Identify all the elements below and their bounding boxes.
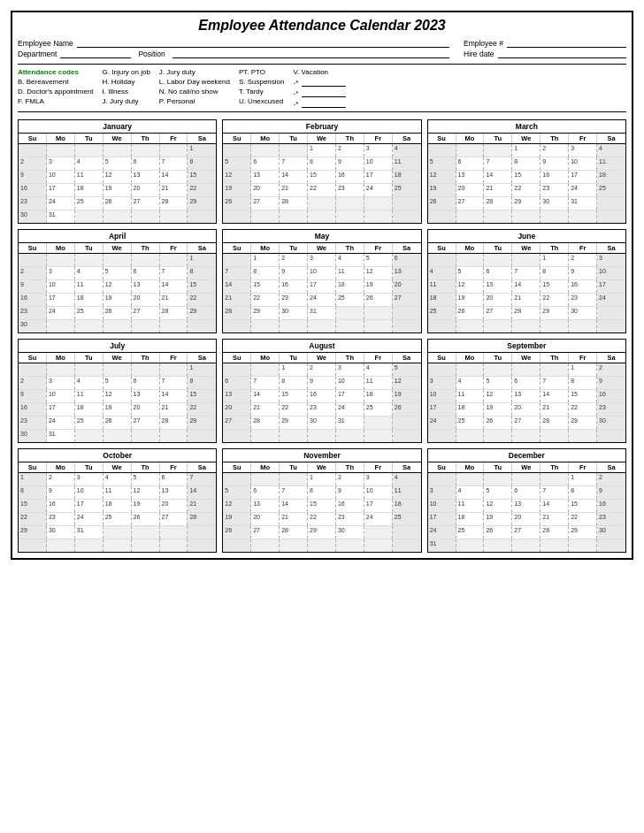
day-9: 9 — [569, 267, 597, 279]
day-empty — [484, 210, 512, 223]
codes-col-2: G. Injury on job H. Holiday I. Illness J… — [103, 68, 150, 108]
day-13: 13 — [512, 390, 540, 402]
day-12: 12 — [104, 390, 132, 402]
day-number: 4 — [458, 487, 462, 493]
day-28: 28 — [160, 307, 188, 319]
day-15: 15 — [308, 171, 336, 183]
day-header-th: Th — [132, 243, 160, 253]
day-empty — [540, 539, 569, 552]
day-number: 13 — [514, 391, 521, 397]
day-22: 22 — [569, 403, 597, 416]
position-line — [172, 50, 449, 58]
day-empty — [19, 363, 47, 376]
day-26: 26 — [104, 307, 132, 319]
day-25: 25 — [75, 416, 104, 429]
cal-body: 1234567891011121314151617181920212223242… — [223, 144, 420, 223]
day-9: 9 — [19, 390, 47, 402]
day-empty — [132, 363, 160, 376]
day-empty — [456, 363, 485, 376]
day-number: 13 — [486, 281, 493, 287]
day-20: 20 — [251, 184, 280, 196]
week-4: 2627282930 — [223, 526, 420, 539]
day-empty — [456, 430, 485, 442]
day-number: 9 — [310, 378, 313, 384]
day-number: 4 — [430, 268, 433, 274]
day-number: 23 — [20, 417, 27, 424]
day-header-fr: Fr — [160, 462, 188, 472]
day-4: 4 — [75, 157, 104, 170]
day-21: 21 — [280, 184, 308, 196]
day-number: 30 — [310, 417, 317, 424]
day-3: 3 — [569, 144, 597, 157]
day-number: 27 — [253, 527, 260, 533]
day-12: 12 — [484, 390, 512, 402]
day-empty — [540, 430, 569, 442]
day-empty — [336, 320, 364, 332]
day-empty — [512, 430, 540, 442]
day-21: 21 — [512, 294, 540, 306]
week-2: 10111213141516 — [428, 500, 625, 513]
day-empty — [456, 473, 485, 485]
day-number: 15 — [571, 501, 578, 507]
day-headers-row: SuMoTuWeThFrSa — [428, 462, 625, 473]
day-9: 9 — [540, 157, 569, 170]
day-number: 16 — [20, 404, 27, 410]
day-header-fr: Fr — [364, 134, 393, 143]
day-25: 25 — [428, 307, 456, 319]
day-number: 10 — [49, 391, 56, 397]
day-number: 30 — [20, 211, 27, 218]
day-empty — [569, 320, 597, 332]
day-empty — [484, 539, 512, 552]
day-23: 23 — [336, 513, 364, 525]
week-5 — [428, 210, 625, 223]
day-header-we: We — [512, 243, 540, 253]
day-number: 19 — [486, 514, 493, 520]
day-number: 18 — [430, 294, 437, 301]
day-empty — [104, 430, 132, 442]
day-2: 2 — [597, 363, 625, 376]
week-2: 13141516171819 — [223, 390, 420, 403]
day-empty — [484, 473, 512, 485]
day-number: 11 — [105, 487, 112, 493]
day-21: 21 — [160, 403, 188, 416]
day-number: 29 — [542, 308, 549, 314]
day-number: 3 — [49, 378, 52, 384]
day-number: 5 — [458, 268, 462, 274]
day-5: 5 — [132, 473, 160, 485]
day-number: 2 — [338, 145, 341, 151]
week-1: 3456789 — [428, 486, 625, 500]
day-number: 12 — [134, 487, 141, 493]
day-header-fr: Fr — [569, 462, 597, 472]
day-number: 15 — [310, 172, 317, 178]
day-empty — [280, 539, 308, 552]
day-header-tu: Tu — [280, 353, 308, 363]
day-17: 17 — [364, 171, 393, 183]
day-header-mo: Mo — [251, 243, 280, 253]
day-11: 11 — [428, 280, 456, 293]
day-empty — [75, 363, 104, 376]
day-number: 16 — [49, 501, 56, 507]
day-12: 12 — [393, 377, 421, 389]
day-4: 4 — [428, 267, 456, 279]
day-number: 10 — [338, 378, 345, 384]
day-15: 15 — [188, 280, 216, 293]
day-number: 29 — [189, 308, 196, 314]
day-16: 16 — [597, 390, 625, 402]
day-header-su: Su — [428, 243, 456, 253]
day-number: 7 — [253, 378, 257, 384]
day-number: 4 — [338, 255, 341, 261]
day-number: 14 — [542, 391, 549, 397]
day-11: 11 — [75, 171, 104, 183]
day-14: 14 — [540, 390, 569, 402]
day-16: 16 — [336, 171, 364, 183]
day-number: 1 — [571, 364, 574, 371]
day-12: 12 — [223, 500, 251, 512]
day-number: 20 — [253, 514, 260, 520]
day-19: 19 — [364, 280, 393, 293]
day-29: 29 — [280, 416, 308, 429]
day-number: 26 — [225, 198, 232, 204]
day-number: 6 — [134, 158, 137, 164]
department-line — [60, 50, 131, 58]
day-empty — [428, 430, 456, 442]
day-number: 22 — [571, 404, 578, 410]
